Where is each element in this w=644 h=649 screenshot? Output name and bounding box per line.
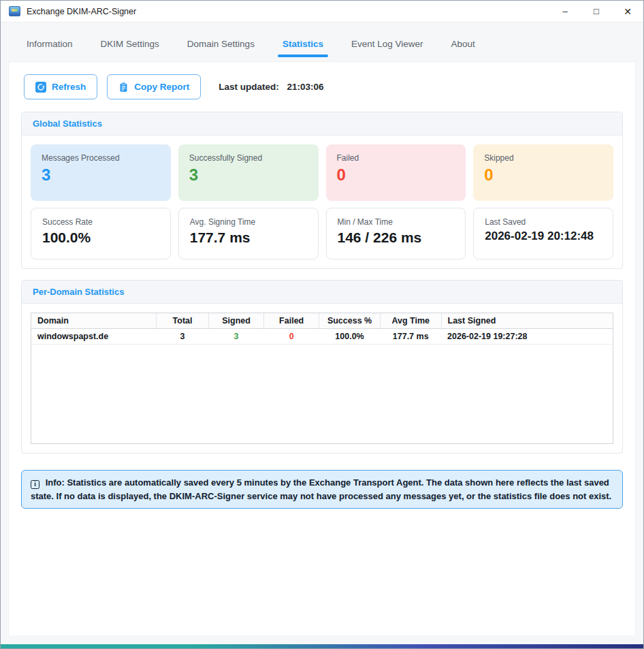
stat-card-value: 177.7 ms	[190, 229, 307, 246]
tab-statistics[interactable]: Statistics	[283, 39, 323, 57]
window-title: Exchange DKIM-ARC-Signer	[27, 7, 136, 16]
stat-card-value: 100.0%	[42, 229, 159, 246]
cell-failed: 0	[264, 329, 319, 345]
cell-last-signed: 2026-02-19 19:27:28	[441, 329, 613, 345]
tab-about[interactable]: About	[451, 39, 475, 57]
statistics-tab-panel: Refresh Copy Report Last updated: 21:03:…	[9, 62, 635, 635]
copy-report-button-label: Copy Report	[134, 82, 189, 92]
stat-card-label: Messages Processed	[42, 153, 160, 163]
stat-card-label: Successfully Signed	[189, 153, 308, 163]
refresh-button-label: Refresh	[52, 82, 86, 92]
statistics-toolbar: Refresh Copy Report Last updated: 21:03:…	[9, 62, 635, 109]
stat-card-label: Last Saved	[485, 217, 602, 227]
cell-domain: windowspapst.de	[31, 329, 157, 345]
window-controls: – □ ✕	[549, 1, 643, 22]
tab-event-log-viewer[interactable]: Event Log Viewer	[351, 39, 423, 57]
cell-success: 100.0%	[319, 329, 381, 345]
stat-card-label: Min / Max Time	[338, 217, 455, 227]
last-updated-label: Last updated:	[219, 82, 279, 92]
table-header-row: Domain Total Signed Failed Success % Avg…	[31, 313, 613, 329]
column-header-avg-time[interactable]: Avg Time	[380, 313, 441, 329]
stat-card-value: 146 / 226 ms	[338, 229, 455, 246]
per-domain-statistics-title: Per-Domain Statistics	[22, 281, 622, 304]
stat-card-success-rate: Success Rate 100.0%	[31, 208, 171, 259]
stat-card-skipped: Skipped 0	[473, 144, 613, 201]
stat-card-label: Failed	[337, 153, 455, 163]
cell-signed: 3	[208, 329, 263, 345]
stat-card-min-max-time: Min / Max Time 146 / 226 ms	[326, 208, 466, 259]
cell-avg-time: 177.7 ms	[380, 329, 441, 345]
tab-bar: Information DKIM Settings Domain Setting…	[1, 22, 643, 62]
stat-card-messages-processed: Messages Processed 3	[31, 144, 171, 201]
global-statistics-title: Global Statistics	[22, 112, 622, 136]
stat-card-failed: Failed 0	[326, 144, 466, 201]
refresh-icon	[35, 82, 46, 93]
cell-total: 3	[157, 329, 209, 345]
maximize-button[interactable]: □	[581, 1, 612, 22]
column-header-total[interactable]: Total	[157, 313, 209, 329]
table-row[interactable]: windowspapst.de 3 3 0 100.0% 177.7 ms 20…	[31, 329, 613, 345]
column-header-failed[interactable]: Failed	[264, 313, 319, 329]
refresh-button[interactable]: Refresh	[24, 74, 97, 99]
stat-card-successfully-signed: Successfully Signed 3	[178, 144, 319, 201]
stat-card-value: 0	[337, 165, 455, 185]
info-icon: i	[31, 480, 39, 489]
stat-cards-row-2: Success Rate 100.0% Avg. Signing Time 17…	[31, 208, 613, 259]
info-box: i Info: Statistics are automatically sav…	[21, 470, 623, 509]
stat-card-value: 3	[189, 165, 308, 185]
stat-card-value: 0	[484, 165, 602, 185]
info-box-text: Info: Statistics are automatically saved…	[31, 477, 611, 501]
per-domain-statistics-body: Domain Total Signed Failed Success % Avg…	[22, 304, 622, 453]
close-button[interactable]: ✕	[612, 1, 643, 22]
tab-domain-settings[interactable]: Domain Settings	[187, 39, 255, 57]
column-header-signed[interactable]: Signed	[208, 313, 263, 329]
stat-card-label: Success Rate	[42, 217, 159, 227]
stat-card-label: Skipped	[484, 153, 602, 163]
clipboard-icon	[118, 82, 129, 93]
accent-gradient-bar	[1, 644, 643, 648]
copy-report-button[interactable]: Copy Report	[107, 74, 201, 99]
tab-information[interactable]: Information	[27, 39, 73, 57]
stat-card-last-saved: Last Saved 2026-02-19 20:12:48	[473, 208, 613, 259]
column-header-last-signed[interactable]: Last Signed	[441, 313, 613, 329]
per-domain-table: Domain Total Signed Failed Success % Avg…	[31, 313, 613, 444]
stat-card-value: 3	[42, 165, 160, 185]
per-domain-statistics-section: Per-Domain Statistics Domain Total Signe…	[21, 280, 623, 454]
last-updated-value: 21:03:06	[287, 82, 324, 92]
tab-dkim-settings[interactable]: DKIM Settings	[101, 39, 159, 57]
global-statistics-body: Messages Processed 3 Successfully Signed…	[22, 136, 622, 268]
stat-card-avg-signing-time: Avg. Signing Time 177.7 ms	[178, 208, 319, 259]
global-statistics-section: Global Statistics Messages Processed 3 S…	[21, 112, 623, 269]
bottom-gutter	[1, 635, 643, 644]
stat-cards-row-1: Messages Processed 3 Successfully Signed…	[31, 144, 613, 201]
minimize-button[interactable]: –	[549, 1, 581, 22]
app-window: Exchange DKIM-ARC-Signer – □ ✕ Informati…	[0, 0, 644, 649]
stat-card-value: 2026-02-19 20:12:48	[485, 229, 602, 243]
column-header-success[interactable]: Success %	[319, 313, 381, 329]
title-bar: Exchange DKIM-ARC-Signer – □ ✕	[1, 1, 643, 22]
stat-card-label: Avg. Signing Time	[190, 217, 307, 227]
column-header-domain[interactable]: Domain	[31, 313, 157, 329]
app-icon	[9, 6, 20, 16]
last-updated: Last updated: 21:03:06	[219, 82, 323, 92]
